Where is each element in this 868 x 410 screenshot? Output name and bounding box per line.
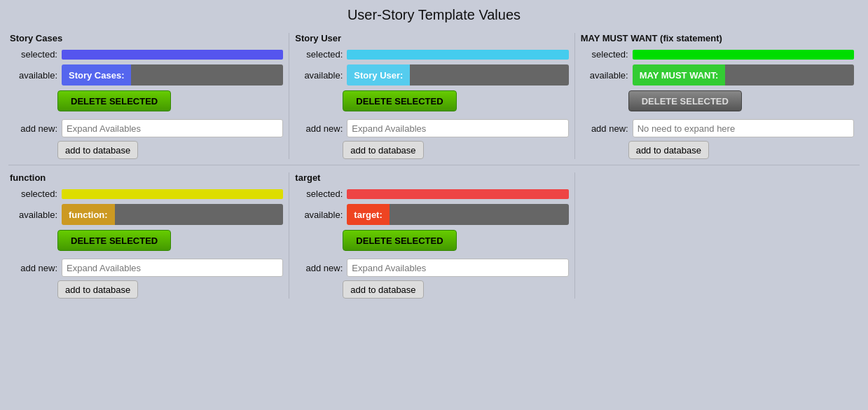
story-cases-available-row: available: Story Cases: (10, 64, 283, 86)
may-must-want-available-input-part (725, 64, 854, 86)
may-must-want-selected-row: selected: (581, 49, 854, 60)
target-add-new-row: add new: (295, 259, 568, 277)
selected-label-5: selected: (295, 189, 343, 199)
function-delete-btn[interactable]: DELETE SELECTED (57, 230, 171, 251)
story-user-selected-row: selected: (295, 49, 568, 60)
function-available-row: available: function: (10, 204, 283, 225)
story-user-add-new-input[interactable] (347, 119, 568, 137)
function-add-new-row: add new: (10, 259, 283, 277)
target-delete-btn[interactable]: DELETE SELECTED (343, 230, 456, 251)
story-user-add-db-btn[interactable]: add to database (343, 141, 423, 159)
may-must-want-available-control: MAY MUST WANT: (633, 64, 854, 86)
story-cases-title: Story Cases (10, 33, 283, 43)
story-cases-add-new-input[interactable] (62, 119, 283, 137)
story-cases-delete-wrapper: DELETE SELECTED (10, 90, 283, 114)
function-selected-row: selected: (10, 189, 283, 199)
section-target: target selected: available: target: DELE… (289, 172, 574, 299)
add-new-label-3: add new: (581, 123, 628, 134)
available-label-3: available: (581, 70, 628, 81)
may-must-want-selected-bar (633, 50, 854, 60)
available-label-5: available: (295, 210, 343, 220)
may-must-want-add-new-input[interactable] (633, 119, 854, 137)
story-user-title: Story User (295, 33, 568, 43)
available-label: available: (10, 70, 57, 81)
page-title: User-Story Template Values (8, 7, 860, 23)
section-story-cases: Story Cases selected: available: Story C… (8, 33, 289, 159)
function-delete-wrapper: DELETE SELECTED (10, 230, 283, 254)
may-must-want-add-new-row: add new: (581, 119, 854, 137)
target-delete-wrapper: DELETE SELECTED (295, 230, 568, 254)
function-add-db-btn[interactable]: add to database (57, 280, 138, 299)
function-available-input-part (115, 204, 284, 225)
page-wrapper: User-Story Template Values Story Cases s… (0, 0, 868, 410)
may-must-want-available-row: available: MAY MUST WANT: (581, 64, 854, 86)
may-must-want-available-btn[interactable]: MAY MUST WANT: (633, 64, 726, 86)
add-new-label-2: add new: (295, 123, 343, 134)
may-must-want-delete-btn[interactable]: DELETE SELECTED (628, 90, 742, 111)
target-available-input-part (390, 204, 569, 225)
add-new-label-5: add new: (295, 263, 343, 273)
section-bottom-empty (575, 172, 860, 299)
function-title: function (10, 172, 283, 183)
story-cases-available-input-part (131, 64, 283, 86)
section-story-user: Story User selected: available: Story Us… (289, 33, 574, 159)
selected-label-3: selected: (581, 49, 628, 60)
function-add-db-wrapper: add to database (10, 280, 283, 299)
story-cases-available-btn[interactable]: Story Cases: (62, 64, 131, 86)
available-label-2: available: (295, 70, 343, 81)
selected-label-4: selected: (10, 189, 57, 199)
target-add-db-wrapper: add to database (295, 280, 568, 299)
story-cases-available-control: Story Cases: (62, 64, 283, 86)
story-user-available-btn[interactable]: Story User: (347, 64, 410, 86)
story-user-add-db-wrapper: add to database (295, 141, 568, 159)
story-cases-selected-row: selected: (10, 49, 283, 60)
function-available-control: function: (62, 204, 283, 225)
add-new-label-4: add new: (10, 263, 57, 273)
story-cases-add-db-wrapper: add to database (10, 141, 283, 159)
top-sections: Story Cases selected: available: Story C… (8, 33, 860, 165)
may-must-want-delete-wrapper: DELETE SELECTED (581, 90, 854, 114)
story-cases-add-new-row: add new: (10, 119, 283, 137)
target-add-new-input[interactable] (347, 259, 568, 277)
target-add-db-btn[interactable]: add to database (343, 280, 423, 299)
story-user-available-input-part (410, 64, 568, 86)
story-cases-add-db-btn[interactable]: add to database (57, 141, 138, 159)
may-must-want-add-db-wrapper: add to database (581, 141, 854, 159)
story-user-add-new-row: add new: (295, 119, 568, 137)
section-function: function selected: available: function: … (8, 172, 289, 299)
story-cases-selected-bar (62, 50, 283, 60)
story-cases-delete-btn[interactable]: DELETE SELECTED (57, 90, 171, 111)
may-must-want-add-db-btn[interactable]: add to database (628, 141, 709, 159)
function-available-btn[interactable]: function: (62, 204, 115, 225)
target-selected-row: selected: (295, 189, 568, 199)
add-new-label: add new: (10, 123, 57, 134)
available-label-4: available: (10, 210, 57, 220)
story-user-delete-btn[interactable]: DELETE SELECTED (343, 90, 456, 111)
function-selected-bar (62, 189, 283, 199)
bottom-sections: function selected: available: function: … (8, 172, 860, 299)
story-user-selected-bar (347, 50, 568, 60)
target-available-control: target: (347, 204, 568, 225)
selected-label-2: selected: (295, 49, 343, 60)
target-selected-bar (347, 189, 568, 199)
target-available-btn[interactable]: target: (347, 204, 389, 225)
target-available-row: available: target: (295, 204, 568, 225)
may-must-want-title: MAY MUST WANT (fix statement) (581, 33, 854, 43)
selected-label: selected: (10, 49, 57, 60)
function-add-new-input[interactable] (62, 259, 283, 277)
target-title: target (295, 172, 568, 183)
section-may-must-want: MAY MUST WANT (fix statement) selected: … (575, 33, 860, 159)
story-user-delete-wrapper: DELETE SELECTED (295, 90, 568, 114)
story-user-available-control: Story User: (347, 64, 568, 86)
story-user-available-row: available: Story User: (295, 64, 568, 86)
